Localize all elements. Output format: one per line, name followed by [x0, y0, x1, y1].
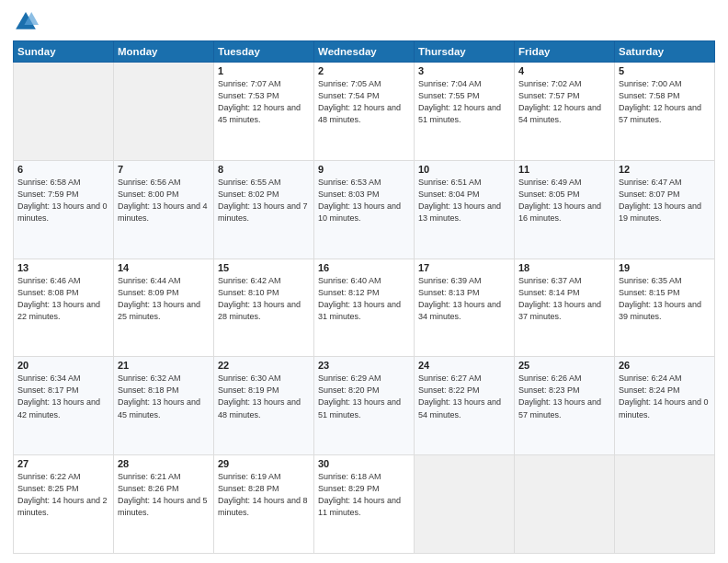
day-info: Sunrise: 6:27 AM Sunset: 8:22 PM Dayligh…	[418, 373, 510, 420]
day-number: 21	[118, 360, 210, 371]
calendar-cell: 13Sunrise: 6:46 AM Sunset: 8:08 PM Dayli…	[14, 259, 114, 357]
day-info: Sunrise: 7:05 AM Sunset: 7:54 PM Dayligh…	[318, 78, 410, 126]
day-info: Sunrise: 6:19 AM Sunset: 8:28 PM Dayligh…	[218, 471, 310, 519]
logo-icon	[13, 9, 39, 35]
day-info: Sunrise: 7:07 AM Sunset: 7:53 PM Dayligh…	[218, 78, 310, 126]
day-number: 26	[619, 360, 711, 371]
calendar-cell: 11Sunrise: 6:49 AM Sunset: 8:05 PM Dayli…	[515, 160, 615, 259]
calendar-cell	[14, 63, 114, 161]
day-number: 16	[318, 262, 410, 273]
calendar-cell: 5Sunrise: 7:00 AM Sunset: 7:58 PM Daylig…	[615, 63, 715, 161]
page: SundayMondayTuesdayWednesdayThursdayFrid…	[0, 0, 728, 563]
day-info: Sunrise: 6:55 AM Sunset: 8:02 PM Dayligh…	[218, 177, 310, 224]
day-info: Sunrise: 6:49 AM Sunset: 8:05 PM Dayligh…	[518, 177, 610, 224]
calendar-cell: 10Sunrise: 6:51 AM Sunset: 8:04 PM Dayli…	[415, 160, 515, 259]
week-row-4: 20Sunrise: 6:34 AM Sunset: 8:17 PM Dayli…	[14, 357, 715, 455]
day-info: Sunrise: 7:04 AM Sunset: 7:55 PM Dayligh…	[418, 78, 510, 126]
day-number: 15	[218, 262, 310, 273]
weekday-header-tuesday: Tuesday	[214, 41, 314, 63]
day-info: Sunrise: 6:35 AM Sunset: 8:15 PM Dayligh…	[619, 275, 711, 323]
logo	[13, 9, 42, 35]
day-number: 22	[218, 360, 310, 371]
day-number: 4	[518, 65, 610, 76]
week-row-3: 13Sunrise: 6:46 AM Sunset: 8:08 PM Dayli…	[14, 259, 715, 357]
header	[13, 9, 715, 35]
weekday-header-saturday: Saturday	[615, 41, 715, 63]
day-number: 24	[418, 360, 510, 371]
day-number: 10	[418, 164, 510, 175]
day-info: Sunrise: 6:40 AM Sunset: 8:12 PM Dayligh…	[318, 275, 410, 323]
calendar-cell: 19Sunrise: 6:35 AM Sunset: 8:15 PM Dayli…	[615, 259, 715, 357]
weekday-header-monday: Monday	[114, 41, 214, 63]
calendar-cell: 4Sunrise: 7:02 AM Sunset: 7:57 PM Daylig…	[515, 63, 615, 161]
day-info: Sunrise: 7:02 AM Sunset: 7:57 PM Dayligh…	[518, 78, 610, 126]
weekday-header-friday: Friday	[515, 41, 615, 63]
calendar-cell: 28Sunrise: 6:21 AM Sunset: 8:26 PM Dayli…	[114, 455, 214, 554]
calendar-cell	[615, 455, 715, 554]
day-info: Sunrise: 6:56 AM Sunset: 8:00 PM Dayligh…	[118, 177, 210, 224]
calendar-table: SundayMondayTuesdayWednesdayThursdayFrid…	[13, 40, 715, 554]
calendar-cell: 1Sunrise: 7:07 AM Sunset: 7:53 PM Daylig…	[214, 63, 314, 161]
day-number: 25	[518, 360, 610, 371]
calendar-cell: 6Sunrise: 6:58 AM Sunset: 7:59 PM Daylig…	[14, 160, 114, 259]
day-number: 8	[218, 164, 310, 175]
day-info: Sunrise: 6:21 AM Sunset: 8:26 PM Dayligh…	[118, 471, 210, 519]
day-number: 11	[518, 164, 610, 175]
calendar-cell: 3Sunrise: 7:04 AM Sunset: 7:55 PM Daylig…	[415, 63, 515, 161]
calendar-cell: 8Sunrise: 6:55 AM Sunset: 8:02 PM Daylig…	[214, 160, 314, 259]
day-info: Sunrise: 6:42 AM Sunset: 8:10 PM Dayligh…	[218, 275, 310, 323]
week-row-5: 27Sunrise: 6:22 AM Sunset: 8:25 PM Dayli…	[14, 455, 715, 554]
day-info: Sunrise: 6:37 AM Sunset: 8:14 PM Dayligh…	[518, 275, 610, 323]
day-info: Sunrise: 6:32 AM Sunset: 8:18 PM Dayligh…	[118, 373, 210, 420]
day-info: Sunrise: 6:29 AM Sunset: 8:20 PM Dayligh…	[318, 373, 410, 420]
day-info: Sunrise: 6:39 AM Sunset: 8:13 PM Dayligh…	[418, 275, 510, 323]
calendar-cell: 25Sunrise: 6:26 AM Sunset: 8:23 PM Dayli…	[515, 357, 615, 455]
day-info: Sunrise: 6:51 AM Sunset: 8:04 PM Dayligh…	[418, 177, 510, 224]
day-number: 14	[118, 262, 210, 273]
weekday-header-sunday: Sunday	[14, 41, 114, 63]
day-number: 1	[218, 65, 310, 76]
calendar-cell: 15Sunrise: 6:42 AM Sunset: 8:10 PM Dayli…	[214, 259, 314, 357]
calendar-cell: 14Sunrise: 6:44 AM Sunset: 8:09 PM Dayli…	[114, 259, 214, 357]
calendar-cell: 29Sunrise: 6:19 AM Sunset: 8:28 PM Dayli…	[214, 455, 314, 554]
day-number: 6	[17, 164, 109, 175]
day-info: Sunrise: 6:22 AM Sunset: 8:25 PM Dayligh…	[17, 471, 109, 519]
day-number: 3	[418, 65, 510, 76]
calendar-cell	[415, 455, 515, 554]
weekday-header-thursday: Thursday	[415, 41, 515, 63]
calendar-cell: 7Sunrise: 6:56 AM Sunset: 8:00 PM Daylig…	[114, 160, 214, 259]
day-info: Sunrise: 7:00 AM Sunset: 7:58 PM Dayligh…	[619, 78, 711, 126]
day-info: Sunrise: 6:58 AM Sunset: 7:59 PM Dayligh…	[17, 177, 109, 224]
day-info: Sunrise: 6:47 AM Sunset: 8:07 PM Dayligh…	[619, 177, 711, 224]
day-info: Sunrise: 6:18 AM Sunset: 8:29 PM Dayligh…	[318, 471, 410, 519]
day-number: 29	[218, 458, 310, 469]
calendar-cell: 30Sunrise: 6:18 AM Sunset: 8:29 PM Dayli…	[314, 455, 415, 554]
day-info: Sunrise: 6:26 AM Sunset: 8:23 PM Dayligh…	[518, 373, 610, 420]
day-number: 27	[17, 458, 109, 469]
day-info: Sunrise: 6:30 AM Sunset: 8:19 PM Dayligh…	[218, 373, 310, 420]
calendar-cell: 24Sunrise: 6:27 AM Sunset: 8:22 PM Dayli…	[415, 357, 515, 455]
day-info: Sunrise: 6:34 AM Sunset: 8:17 PM Dayligh…	[17, 373, 109, 420]
day-info: Sunrise: 6:44 AM Sunset: 8:09 PM Dayligh…	[118, 275, 210, 323]
calendar-cell: 17Sunrise: 6:39 AM Sunset: 8:13 PM Dayli…	[415, 259, 515, 357]
day-number: 9	[318, 164, 410, 175]
calendar-cell: 26Sunrise: 6:24 AM Sunset: 8:24 PM Dayli…	[615, 357, 715, 455]
calendar-cell	[114, 63, 214, 161]
day-info: Sunrise: 6:46 AM Sunset: 8:08 PM Dayligh…	[17, 275, 109, 323]
calendar-cell: 22Sunrise: 6:30 AM Sunset: 8:19 PM Dayli…	[214, 357, 314, 455]
day-info: Sunrise: 6:24 AM Sunset: 8:24 PM Dayligh…	[619, 373, 711, 420]
week-row-2: 6Sunrise: 6:58 AM Sunset: 7:59 PM Daylig…	[14, 160, 715, 259]
calendar-cell: 23Sunrise: 6:29 AM Sunset: 8:20 PM Dayli…	[314, 357, 415, 455]
weekday-header-wednesday: Wednesday	[314, 41, 415, 63]
day-number: 19	[619, 262, 711, 273]
day-number: 18	[518, 262, 610, 273]
day-number: 17	[418, 262, 510, 273]
day-number: 2	[318, 65, 410, 76]
calendar-cell	[515, 455, 615, 554]
day-number: 12	[619, 164, 711, 175]
calendar-cell: 9Sunrise: 6:53 AM Sunset: 8:03 PM Daylig…	[314, 160, 415, 259]
day-number: 30	[318, 458, 410, 469]
day-number: 5	[619, 65, 711, 76]
day-number: 23	[318, 360, 410, 371]
weekday-header-row: SundayMondayTuesdayWednesdayThursdayFrid…	[14, 41, 715, 63]
